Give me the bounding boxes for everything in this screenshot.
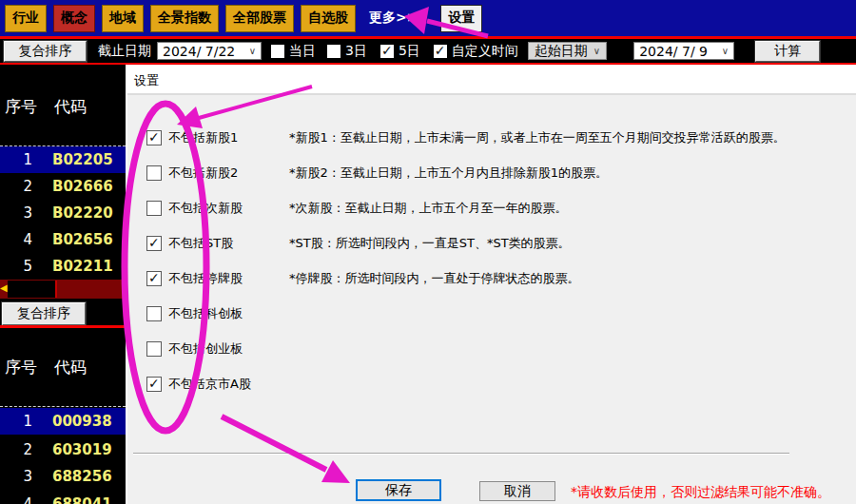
checkbox-label: 3日: [345, 43, 367, 60]
table-row[interactable]: 3 688256: [0, 463, 126, 490]
divider: [0, 325, 126, 328]
option-label: 不包括新股2: [168, 165, 238, 182]
option-label: 不包括次新股: [168, 200, 243, 217]
option-label: 不包括停牌股: [168, 270, 243, 287]
checkbox-exclude-new1[interactable]: [146, 130, 162, 145]
option-row: 不包括ST股 *ST股：所选时间段内，一直是ST、*ST类的股票。: [146, 235, 841, 251]
option-row: 不包括停牌股 *停牌股：所选时间段内，一直处于停牌状态的股票。: [146, 270, 841, 286]
row-number: 1: [0, 413, 32, 430]
end-date-select[interactable]: 2024/ 7/22 ∨: [157, 42, 262, 60]
checkbox-icon: [434, 45, 447, 58]
table-row[interactable]: 4 688041: [0, 491, 126, 504]
cancel-button[interactable]: 取消: [479, 481, 555, 501]
checkbox-exclude-beijing-a[interactable]: [146, 377, 162, 392]
stock-code: 688256: [52, 468, 112, 485]
stock-code: B02656: [52, 231, 113, 248]
tab-industry[interactable]: 行业: [5, 5, 47, 32]
option-description: *ST股：所选时间段内，一直是ST、*ST类的股票。: [289, 235, 571, 252]
option-description: *次新股：至截止日期，上市五个月至一年的股票。: [289, 200, 568, 217]
five-day-checkbox[interactable]: 5日: [380, 43, 420, 60]
table-header: 序号 代码: [0, 96, 126, 118]
filter-toolbar: 复合排序 截止日期 2024/ 7/22 ∨ 当日 3日 5日 自定义时间 起始…: [0, 39, 856, 63]
table-row[interactable]: 1 000938: [0, 408, 126, 435]
table-row[interactable]: 2 603019: [0, 436, 126, 463]
checkbox-exclude-chinext[interactable]: [146, 341, 162, 357]
checkbox-exclude-subnew[interactable]: [146, 201, 162, 216]
top-nav: 行业 概念 地域 全景指数 全部股票 自选股 更多>> 设置: [0, 0, 856, 36]
table-header: 序号 代码: [0, 357, 126, 378]
three-day-checkbox[interactable]: 3日: [327, 43, 367, 60]
chevron-down-icon: ∨: [722, 46, 729, 56]
checkbox-exclude-new2[interactable]: [146, 165, 162, 181]
option-row: 不包括创业板: [146, 340, 841, 357]
stock-code: B02220: [52, 204, 113, 222]
today-checkbox[interactable]: 当日: [271, 43, 316, 60]
option-label: 不包括创业板: [168, 340, 243, 358]
save-button[interactable]: 保存: [356, 479, 441, 501]
checkbox-label: 自定义时间: [452, 43, 518, 60]
row-number: 3: [0, 204, 32, 222]
tab-more[interactable]: 更多>>: [362, 6, 424, 31]
tab-all-stocks[interactable]: 全部股票: [225, 5, 294, 32]
stock-code: B02205: [52, 151, 113, 168]
row-number: 2: [0, 441, 32, 458]
tab-concept[interactable]: 概念: [53, 5, 95, 32]
option-label: 不包括京市A股: [168, 376, 251, 393]
checkbox-icon: [380, 45, 394, 58]
stock-list-sidebar: 序号 代码 1 B02205 2 B02666 3 B02220 4 B0265…: [0, 65, 126, 504]
checkbox-icon: [271, 45, 284, 58]
checkbox-exclude-st[interactable]: [146, 236, 162, 251]
option-label: 不包括新股1: [168, 129, 238, 146]
horizontal-scrollbar[interactable]: ◀: [0, 280, 126, 299]
tab-panorama-index[interactable]: 全景指数: [150, 5, 219, 32]
start-date-label: 起始日期: [535, 43, 588, 60]
column-header-code: 代码: [54, 357, 87, 378]
row-number: 4: [0, 231, 32, 248]
stock-code: B02666: [52, 178, 113, 195]
checkbox-label: 5日: [399, 43, 420, 60]
stock-code: B02211: [52, 258, 113, 275]
composite-sort-button-sidebar[interactable]: 复合排序: [2, 302, 86, 325]
checkbox-exclude-suspended[interactable]: [146, 271, 162, 286]
calculate-button[interactable]: 计算: [755, 41, 820, 62]
checkbox-exclude-star-market[interactable]: [146, 306, 162, 321]
row-number: 3: [0, 468, 32, 485]
column-header-no: 序号: [5, 96, 37, 118]
option-row: 不包括新股1 *新股1：至截止日期，上市未满一周，或者上市在一周至五个月期间交投…: [146, 129, 841, 145]
scrollbar-thumb[interactable]: [8, 281, 57, 298]
option-row: 不包括科创板: [146, 305, 841, 321]
divider: [0, 406, 126, 407]
start-date-select[interactable]: 2024/ 7/ 9 ∨: [633, 42, 734, 60]
settings-button[interactable]: 设置: [440, 5, 482, 32]
chevron-down-icon: ∨: [249, 46, 256, 56]
row-number: 5: [0, 258, 32, 275]
stock-code: 688041: [52, 495, 112, 504]
composite-sort-button[interactable]: 复合排序: [4, 41, 87, 62]
start-date-value: 2024/ 7/ 9: [639, 44, 708, 59]
table-row[interactable]: 5 B02211: [0, 253, 126, 280]
custom-time-checkbox[interactable]: 自定义时间: [434, 43, 518, 60]
table-row[interactable]: 4 B02656: [0, 226, 126, 253]
option-description: *停牌股：所选时间段内，一直处于停牌状态的股票。: [289, 270, 580, 287]
table-row[interactable]: 3 B02220: [0, 200, 126, 226]
stock-screener-app: 行业 概念 地域 全景指数 全部股票 自选股 更多>> 设置 复合排序 截止日期…: [0, 0, 856, 504]
option-row: 不包括次新股 *次新股：至截止日期，上市五个月至一年的股票。: [146, 200, 841, 216]
option-label: 不包括科创板: [168, 305, 243, 322]
option-description: *新股2：至截止日期，上市五个月内且排除新股1的股票。: [289, 165, 608, 182]
panel-title: 设置: [127, 65, 856, 95]
table-row[interactable]: 2 B02666: [0, 173, 126, 200]
row-number: 4: [0, 495, 32, 504]
tab-region[interactable]: 地域: [102, 5, 144, 32]
checkbox-icon: [327, 45, 340, 58]
column-header-no: 序号: [5, 357, 37, 378]
end-date-value: 2024/ 7/22: [163, 44, 235, 59]
settings-panel: 设置 不包括新股1 *新股1：至截止日期，上市未满一周，或者上市在一周至五个月期…: [126, 65, 856, 504]
checkbox-label: 当日: [289, 43, 316, 60]
table-row[interactable]: 1 B02205: [0, 146, 126, 173]
end-date-label: 截止日期: [98, 43, 151, 60]
tab-watchlist[interactable]: 自选股: [301, 5, 356, 32]
start-date-dropdown[interactable]: 起始日期 ∨: [528, 42, 607, 60]
divider: [133, 453, 789, 455]
option-description: *新股1：至截止日期，上市未满一周，或者上市在一周至五个月期间交投异常活跃的股票…: [289, 129, 786, 146]
scroll-left-icon[interactable]: ◀: [0, 282, 8, 293]
